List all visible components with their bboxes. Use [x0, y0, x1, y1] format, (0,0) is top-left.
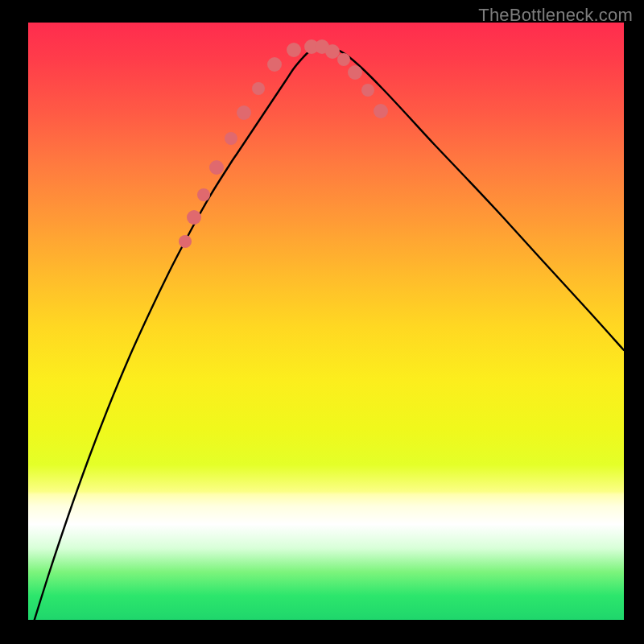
watermark-text: TheBottleneck.com — [478, 5, 633, 26]
highlight-point — [197, 188, 210, 201]
curve-group — [28, 47, 624, 620]
highlight-point — [337, 53, 350, 66]
highlight-markers — [179, 39, 388, 248]
highlight-point — [287, 43, 301, 57]
highlight-point — [225, 132, 237, 145]
plot-area — [28, 23, 624, 620]
highlight-point — [374, 104, 388, 118]
highlight-point — [209, 160, 224, 175]
highlight-point — [252, 82, 265, 95]
chart-frame: TheBottleneck.com — [0, 0, 644, 644]
highlight-point — [348, 65, 362, 80]
highlight-point — [237, 105, 251, 120]
chart-svg — [28, 23, 624, 620]
highlight-point — [187, 210, 201, 225]
bottleneck-curve — [28, 47, 624, 620]
highlight-point — [325, 44, 340, 59]
highlight-point — [267, 57, 282, 72]
highlight-point — [179, 235, 192, 248]
highlight-point — [361, 84, 374, 97]
